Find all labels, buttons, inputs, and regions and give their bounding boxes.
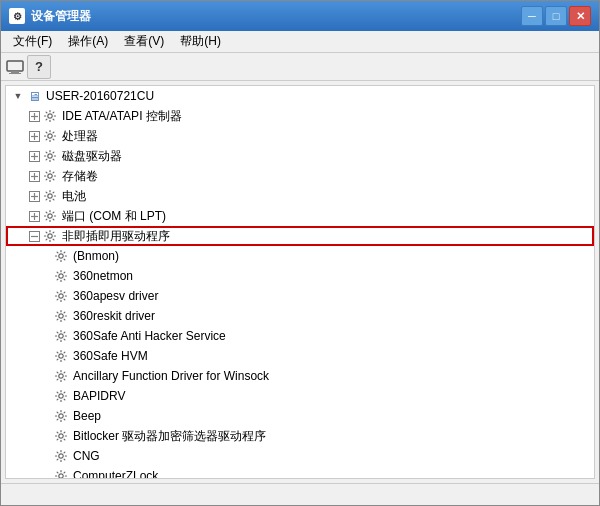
item-label: BAPIDRV <box>73 389 125 403</box>
svg-point-30 <box>59 254 63 258</box>
expand-icon <box>42 388 53 404</box>
root-label: USER-20160721CU <box>46 89 154 103</box>
item-icon <box>53 428 69 444</box>
svg-point-29 <box>48 234 52 238</box>
tree-item[interactable]: 360netmon <box>6 266 594 286</box>
tree-item[interactable]: 360apesv driver <box>6 286 594 306</box>
toolbar: ? <box>1 53 599 81</box>
svg-point-6 <box>48 114 52 118</box>
item-icon <box>53 368 69 384</box>
expand-icon[interactable] <box>26 128 42 144</box>
menu-bar: 文件(F) 操作(A) 查看(V) 帮助(H) <box>1 31 599 53</box>
tree-item[interactable]: 处理器 <box>6 126 594 146</box>
tree-item[interactable]: Ancillary Function Driver for Winsock <box>6 366 594 386</box>
expand-icon <box>42 408 53 424</box>
maximize-button[interactable]: □ <box>545 6 567 26</box>
tree-item[interactable]: 端口 (COM 和 LPT) <box>6 206 594 226</box>
tree-item[interactable]: (Bnmon) <box>6 246 594 266</box>
item-icon <box>42 128 58 144</box>
item-label: Beep <box>73 409 101 423</box>
window-icon: ⚙ <box>9 8 25 24</box>
expand-icon[interactable] <box>26 108 42 124</box>
svg-point-35 <box>59 354 63 358</box>
item-icon <box>42 148 58 164</box>
svg-point-22 <box>48 194 52 198</box>
tree-root[interactable]: ▼ 🖥 USER-20160721CU <box>6 86 594 106</box>
menu-action[interactable]: 操作(A) <box>60 31 116 52</box>
item-label: Ancillary Function Driver for Winsock <box>73 369 269 383</box>
svg-rect-1 <box>11 71 19 73</box>
expand-icon <box>42 468 53 479</box>
tree-item[interactable]: Beep <box>6 406 594 426</box>
expand-icon[interactable] <box>26 208 42 224</box>
device-tree[interactable]: ▼ 🖥 USER-20160721CU IDE ATA/ATAPI 控制器 处理… <box>5 85 595 479</box>
item-icon <box>53 468 69 479</box>
item-label: IDE ATA/ATAPI 控制器 <box>62 108 182 125</box>
item-icon <box>53 308 69 324</box>
svg-point-32 <box>59 294 63 298</box>
tree-item[interactable]: 电池 <box>6 186 594 206</box>
item-icon <box>53 248 69 264</box>
item-icon <box>53 388 69 404</box>
tree-item[interactable]: 360Safe Anti Hacker Service <box>6 326 594 346</box>
item-label: (Bnmon) <box>73 249 119 263</box>
item-icon <box>42 208 58 224</box>
item-label: 端口 (COM 和 LPT) <box>62 208 166 225</box>
tree-item[interactable]: 存储卷 <box>6 166 594 186</box>
svg-point-26 <box>48 214 52 218</box>
expand-icon[interactable] <box>26 148 42 164</box>
item-label: 非即插即用驱动程序 <box>62 228 170 245</box>
title-bar: ⚙ 设备管理器 ─ □ ✕ <box>1 1 599 31</box>
item-icon <box>53 408 69 424</box>
root-expand-icon[interactable]: ▼ <box>10 88 26 104</box>
svg-point-33 <box>59 314 63 318</box>
close-button[interactable]: ✕ <box>569 6 591 26</box>
tree-item[interactable]: 非即插即用驱动程序 <box>6 226 594 246</box>
item-label: 电池 <box>62 188 86 205</box>
svg-point-36 <box>59 374 63 378</box>
tree-item[interactable]: IDE ATA/ATAPI 控制器 <box>6 106 594 126</box>
item-label: 360netmon <box>73 269 133 283</box>
menu-help[interactable]: 帮助(H) <box>172 31 229 52</box>
svg-point-38 <box>59 414 63 418</box>
window-controls: ─ □ ✕ <box>521 6 591 26</box>
computer-icon: 🖥 <box>26 88 42 104</box>
menu-view[interactable]: 查看(V) <box>116 31 172 52</box>
svg-rect-0 <box>7 61 23 71</box>
svg-point-10 <box>48 134 52 138</box>
svg-point-41 <box>59 474 63 478</box>
toolbar-help-button[interactable]: ? <box>27 55 51 79</box>
expand-icon[interactable] <box>26 228 42 244</box>
item-icon <box>42 168 58 184</box>
item-icon <box>42 188 58 204</box>
item-label: Bitlocker 驱动器加密筛选器驱动程序 <box>73 428 266 445</box>
tree-item[interactable]: BAPIDRV <box>6 386 594 406</box>
tree-item[interactable]: Bitlocker 驱动器加密筛选器驱动程序 <box>6 426 594 446</box>
tree-item[interactable]: 磁盘驱动器 <box>6 146 594 166</box>
item-label: 存储卷 <box>62 168 98 185</box>
item-label: 360Safe Anti Hacker Service <box>73 329 226 343</box>
item-label: 处理器 <box>62 128 98 145</box>
tree-item[interactable]: 360reskit driver <box>6 306 594 326</box>
expand-icon <box>42 348 53 364</box>
item-label: 360reskit driver <box>73 309 155 323</box>
item-label: 360Safe HVM <box>73 349 148 363</box>
tree-item[interactable]: 360Safe HVM <box>6 346 594 366</box>
expand-icon <box>42 448 53 464</box>
svg-point-40 <box>59 454 63 458</box>
svg-point-14 <box>48 154 52 158</box>
item-icon <box>53 328 69 344</box>
device-manager-window: ⚙ 设备管理器 ─ □ ✕ 文件(F) 操作(A) 查看(V) 帮助(H) ? <box>0 0 600 506</box>
item-icon <box>53 448 69 464</box>
menu-file[interactable]: 文件(F) <box>5 31 60 52</box>
tree-item[interactable]: ComputerZLock <box>6 466 594 479</box>
tree-item[interactable]: CNG <box>6 446 594 466</box>
item-icon <box>42 108 58 124</box>
expand-icon <box>42 308 53 324</box>
expand-icon[interactable] <box>26 188 42 204</box>
minimize-button[interactable]: ─ <box>521 6 543 26</box>
item-label: 磁盘驱动器 <box>62 148 122 165</box>
svg-point-31 <box>59 274 63 278</box>
expand-icon[interactable] <box>26 168 42 184</box>
item-icon <box>53 348 69 364</box>
